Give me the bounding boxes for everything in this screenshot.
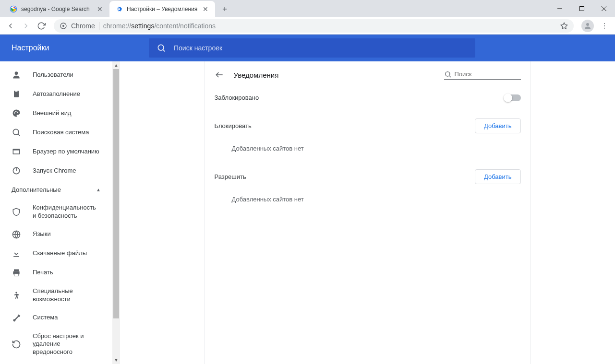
sidebar-item-accessibility[interactable]: Специальные возможности: [0, 282, 112, 308]
back-arrow-button[interactable]: [215, 70, 224, 80]
sidebar-item-autofill[interactable]: Автозаполнение: [0, 84, 112, 104]
tab-active[interactable]: Настройки – Уведомления ✕: [109, 1, 215, 17]
close-icon[interactable]: ✕: [202, 5, 209, 13]
sidebar-item-label: Автозаполнение: [33, 90, 80, 98]
svg-point-8: [62, 25, 64, 27]
sidebar-item-downloads[interactable]: Скачанные файлы: [0, 244, 112, 263]
bookmark-star-icon[interactable]: [560, 22, 568, 30]
block-section-header: Блокировать Добавить: [205, 111, 531, 137]
search-icon: [444, 70, 452, 78]
tab-inactive[interactable]: segodnya - Google Search ✕: [4, 1, 109, 17]
sidebar-wrap: Пользователи Автозаполнение Внешний вид …: [0, 61, 120, 364]
svg-rect-17: [14, 91, 19, 97]
page-title: Уведомления: [234, 71, 434, 79]
globe-icon: [12, 230, 21, 239]
accessibility-icon: [12, 291, 21, 300]
menu-button[interactable]: [598, 19, 611, 33]
address-bar[interactable]: Chrome chrome://settings/content/notific…: [54, 19, 574, 33]
card-header: Уведомления: [205, 61, 531, 84]
add-allow-button[interactable]: Добавить: [475, 169, 520, 184]
back-button[interactable]: [4, 19, 17, 33]
settings-search-box[interactable]: [149, 38, 475, 58]
sidebar-section-label: Дополнительные: [12, 186, 61, 193]
svg-point-36: [445, 71, 449, 76]
person-icon: [12, 70, 21, 80]
allow-section-title: Разрешить: [215, 173, 246, 180]
profile-avatar[interactable]: [581, 20, 594, 32]
clipboard-icon: [12, 89, 21, 99]
sidebar-item-default-browser[interactable]: Браузер по умолчанию: [0, 142, 112, 161]
add-block-button[interactable]: Добавить: [475, 118, 520, 133]
minimize-button[interactable]: [549, 0, 571, 17]
restore-icon: [12, 340, 21, 349]
tab-title: segodnya - Google Search: [21, 6, 92, 12]
scroll-up-arrow[interactable]: ▲: [112, 61, 120, 69]
block-section-title: Блокировать: [215, 122, 252, 129]
browser-toolbar: Chrome chrome://settings/content/notific…: [0, 17, 615, 35]
settings-gear-favicon: [115, 5, 123, 13]
sidebar-item-reset[interactable]: Сброс настроек и удаление вредоносного: [0, 328, 112, 362]
palette-icon: [12, 108, 21, 118]
reload-button[interactable]: [35, 19, 48, 33]
new-tab-button[interactable]: [218, 2, 231, 16]
window-controls: [549, 0, 615, 17]
sidebar-item-label: Система: [33, 314, 58, 322]
power-icon: [12, 166, 21, 176]
chrome-icon: [60, 22, 67, 30]
sidebar: Пользователи Автозаполнение Внешний вид …: [0, 61, 112, 364]
toggle-knob: [504, 94, 512, 102]
svg-point-20: [15, 111, 17, 112]
chevron-up-icon: ▲: [96, 187, 101, 192]
sidebar-item-label: Сброс настроек и удаление вредоносного: [33, 332, 101, 357]
svg-rect-18: [15, 90, 18, 92]
sidebar-item-appearance[interactable]: Внешний вид: [0, 104, 112, 123]
sidebar-item-label: Пользователи: [33, 71, 73, 79]
sidebar-item-users[interactable]: Пользователи: [0, 65, 112, 84]
svg-point-13: [604, 27, 605, 28]
svg-point-21: [17, 112, 19, 113]
sidebar-scrollbar[interactable]: ▲ ▼: [112, 61, 120, 364]
svg-rect-4: [580, 7, 584, 11]
svg-line-15: [163, 50, 165, 52]
chrome-label: Chrome: [71, 22, 95, 30]
scroll-down-arrow[interactable]: ▼: [112, 356, 120, 364]
settings-search-input[interactable]: [174, 44, 468, 52]
svg-rect-30: [13, 256, 19, 257]
shield-icon: [12, 207, 21, 217]
sidebar-item-startup[interactable]: Запуск Chrome: [0, 161, 112, 180]
sidebar-item-privacy[interactable]: Конфиденциальность и безопасность: [0, 199, 112, 225]
sidebar-item-print[interactable]: Печать: [0, 263, 112, 282]
svg-rect-25: [13, 151, 19, 154]
card-search[interactable]: [444, 70, 521, 80]
svg-rect-31: [14, 269, 19, 271]
maximize-button[interactable]: [571, 0, 593, 17]
sidebar-item-languages[interactable]: Языки: [0, 225, 112, 244]
forward-button[interactable]: [19, 19, 33, 33]
sidebar-item-label: Скачанные файлы: [33, 249, 87, 258]
url-text: chrome://settings/content/notifications: [103, 22, 216, 30]
close-window-button[interactable]: [593, 0, 615, 17]
card-search-input[interactable]: [455, 70, 521, 78]
sidebar-item-label: Запуск Chrome: [33, 167, 76, 175]
main-panel: Уведомления Заблокировано Блокировать До…: [120, 61, 615, 364]
sidebar-advanced-toggle[interactable]: Дополнительные ▲: [0, 180, 112, 199]
blocked-label: Заблокировано: [215, 94, 259, 101]
search-icon: [12, 128, 21, 137]
scrollbar-thumb[interactable]: [113, 69, 119, 318]
content-area: Пользователи Автозаполнение Внешний вид …: [0, 61, 615, 364]
svg-marker-9: [561, 23, 567, 29]
svg-rect-33: [14, 273, 18, 276]
sidebar-item-label: Внешний вид: [33, 109, 72, 117]
svg-point-14: [158, 45, 164, 50]
download-icon: [12, 249, 21, 258]
svg-point-19: [14, 112, 15, 114]
sidebar-item-system[interactable]: Система: [0, 308, 112, 328]
google-favicon: [10, 5, 17, 13]
blocked-toggle[interactable]: [505, 94, 521, 101]
sidebar-item-label: Конфиденциальность и безопасность: [33, 204, 101, 220]
sidebar-item-label: Печать: [33, 269, 53, 277]
blocked-toggle-row: Заблокировано: [205, 84, 531, 111]
close-icon[interactable]: ✕: [96, 5, 104, 13]
svg-line-37: [449, 76, 451, 77]
sidebar-item-search-engine[interactable]: Поисковая система: [0, 123, 112, 142]
